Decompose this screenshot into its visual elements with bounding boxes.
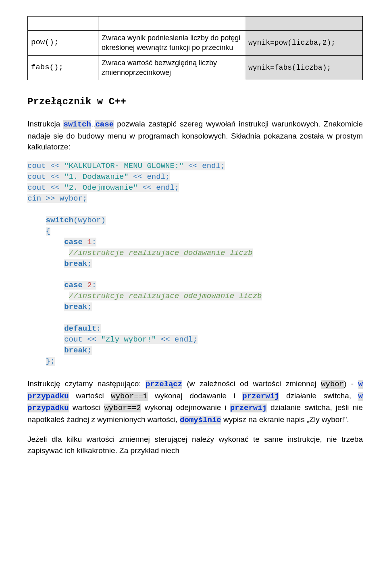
code-text: ; [87, 346, 92, 355]
text: (w zależności od wartości zmiennej [182, 379, 321, 388]
paragraph-footer: Jeżeli dla kilku wartości zmiennej steru… [27, 434, 363, 456]
function-example: wynik=pow(liczba,2); [245, 31, 363, 56]
code-keyword: break [64, 346, 87, 355]
code-comment: //instrukcje realizujace odejmowanie lic… [69, 292, 262, 300]
code-text: cout << [27, 161, 64, 170]
code-inline: wybor==1 [111, 392, 148, 401]
code-string: "2. Odejmowanie" [64, 183, 137, 192]
text: ) - [344, 379, 358, 388]
text: wartości [69, 391, 111, 400]
page: pow(); Zwraca wynik podniesienia liczby … [0, 0, 387, 480]
code-text: ; [87, 259, 92, 268]
code-text: cin >> wybor; [27, 194, 87, 203]
table-cell [28, 17, 98, 31]
code-text: << endl; [129, 172, 170, 181]
paragraph-intro: Instrukcja switch..case pozwala zastąpić… [27, 118, 363, 153]
code-number: 2 [83, 281, 92, 290]
table-cell [245, 17, 363, 31]
code-keyword: case [64, 281, 83, 290]
code-inline: wybor [321, 380, 344, 389]
text: wykonaj dodawanie i [148, 391, 243, 400]
code-block: cout << "KALKULATOR- MENU GLOWNE:" << en… [27, 161, 363, 367]
code-text: (wybor) [73, 216, 106, 225]
keyword-switch: switch [63, 120, 91, 129]
code-brace: { [46, 227, 50, 236]
functions-table: pow(); Zwraca wynik podniesienia liczby … [27, 16, 363, 80]
keyword-highlight: przerwij [230, 404, 267, 412]
text: Instrukcję czytamy następująco: [27, 379, 146, 388]
text: wypisz na ekranie napis „Zly wybor!". [221, 415, 349, 424]
paragraph-explanation: Instrukcję czytamy następująco: przełącz… [27, 378, 363, 426]
code-text: cout << [64, 335, 101, 344]
text: Instrukcja [27, 120, 63, 128]
text: wykonaj odejmowanie i [141, 403, 230, 412]
code-string: "Zly wybor!" [101, 335, 156, 344]
keyword-case: case [95, 120, 114, 129]
keyword-highlight: domyślnie [180, 416, 221, 424]
code-keyword: case [64, 238, 83, 246]
code-text: : [92, 238, 96, 246]
code-keyword: break [64, 259, 87, 268]
code-keyword: break [64, 302, 87, 311]
section-heading: Przełącznik w C++ [27, 96, 363, 107]
code-comment: //instrukcje realizujace dodawanie liczb [69, 248, 253, 257]
table-row: pow(); Zwraca wynik podniesienia liczby … [28, 31, 363, 56]
text: .. [91, 120, 96, 128]
function-name: pow(); [28, 31, 98, 56]
code-text: cout << [27, 172, 64, 181]
code-keyword: switch [46, 216, 73, 225]
text: działanie switcha, [279, 391, 358, 400]
code-inline: wybor==2 [104, 404, 141, 412]
function-desc: Zwraca wynik podniesienia liczby do potę… [98, 31, 245, 56]
function-name: fabs(); [28, 55, 98, 80]
table-row: fabs(); Zwraca wartość bezwzględną liczb… [28, 55, 363, 80]
table-cell [98, 17, 245, 31]
keyword-highlight: przełącz [146, 380, 182, 389]
code-text: << endl; [156, 335, 198, 344]
code-string: "KALKULATOR- MENU GLOWNE:" [64, 161, 183, 170]
function-example: wynik=fabs(liczba); [245, 55, 363, 80]
text: wartości [69, 403, 104, 412]
code-text: cout << [27, 183, 64, 192]
function-desc: Zwraca wartość bezwzględną liczby zmienn… [98, 55, 245, 80]
code-text: << endl; [138, 183, 179, 192]
keyword-highlight: przerwij [242, 392, 279, 401]
code-brace: }; [46, 357, 55, 366]
code-text: ; [87, 302, 92, 311]
code-keyword: default [64, 324, 96, 333]
code-text: << endl; [184, 161, 225, 170]
table-header-row [28, 17, 363, 31]
code-text: : [96, 324, 101, 333]
code-number: 1 [83, 238, 92, 246]
code-text: : [92, 281, 96, 290]
code-string: "1. Dodawanie" [64, 172, 129, 181]
